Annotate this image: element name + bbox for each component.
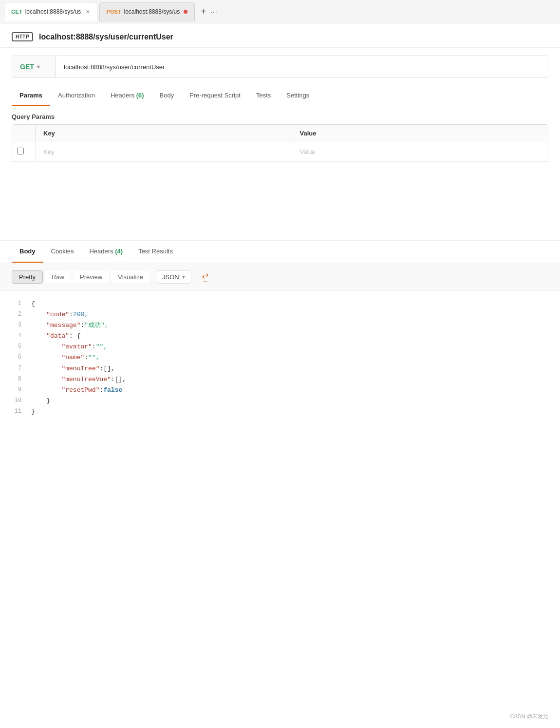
add-tab-button[interactable]: + [201,6,206,17]
line-number: 10 [12,396,31,406]
response-tabs-row: Body Cookies Headers (4) Test Results [0,241,560,263]
tab-bar: GET localhost:8888/sys/us × POST localho… [0,0,560,23]
pretty-button[interactable]: Pretty [12,270,43,284]
json-key: "menuTree" [61,364,99,374]
res-tab-cookies[interactable]: Cookies [43,241,82,263]
json-format-selector[interactable]: JSON ▾ [156,270,191,284]
params-col-value-header: Value [292,125,548,142]
json-selector-label: JSON [162,273,179,281]
row-checkbox[interactable] [12,143,36,161]
tab-authorization[interactable]: Authorization [50,86,103,106]
request-title: localhost:8888/sys/user/currentUser [39,33,173,41]
json-line-6: 6 "name" : "", [12,352,548,363]
json-sep: : [99,385,103,396]
params-table: Key Value Key Value [12,124,548,162]
params-col-key-header: Key [36,125,292,142]
json-sep: : [92,342,96,352]
row-checkbox-input[interactable] [17,148,24,154]
http-badge: HTTP [12,32,33,41]
json-line-3: 3 "message" : "成功", [12,320,548,331]
json-value: false [103,385,122,396]
json-indent [31,374,61,385]
json-key: "name" [61,352,84,363]
wrap-button[interactable]: ⇄ — [197,268,213,286]
line-number: 4 [12,331,31,342]
json-sep: : { [69,331,80,342]
query-params-label: Query Params [0,106,560,124]
json-key: "code" [46,309,69,320]
watermark: CSDN @宋发元 [510,713,548,720]
line-number: 8 [12,374,31,385]
json-viewer: 1 { 2 "code" : 200, 3 "message" : "成功", … [0,291,560,425]
json-key: "data" [46,331,69,342]
json-sep: : [80,320,84,331]
json-value: "", [96,342,107,352]
line-number: 7 [12,364,31,374]
json-line-2: 2 "code" : 200, [12,309,548,320]
json-key: "resetPwd" [61,385,99,396]
preview-button[interactable]: Preview [73,271,109,283]
url-bar: GET ▾ [12,56,548,78]
headers-badge: (6) [136,92,144,99]
res-tab-body[interactable]: Body [12,241,43,263]
raw-button[interactable]: Raw [45,271,71,283]
json-value: [], [115,374,126,385]
json-content: } [31,396,50,406]
res-headers-badge: (4) [115,248,123,255]
row-key-placeholder[interactable]: Key [36,143,292,160]
tab-get-close-icon[interactable]: × [86,8,90,16]
table-row: Key Value [12,142,548,162]
tab-settings[interactable]: Settings [279,86,317,106]
json-line-9: 9 "resetPwd" : false [12,385,548,396]
res-tab-headers[interactable]: Headers (4) [81,241,131,263]
json-value: "", [88,352,99,363]
tab-actions: + ··· [201,6,217,17]
chevron-down-icon: ▾ [37,63,40,70]
json-indent [31,309,46,320]
method-selector[interactable]: GET ▾ [12,56,56,77]
line-number: 9 [12,385,31,396]
json-key: "message" [46,320,80,331]
json-value: 200, [73,309,88,320]
tab-pre-request-script[interactable]: Pre-request Script [182,86,248,106]
tab-post-unsaved-dot [184,10,187,14]
json-line-7: 7 "menuTree" : [], [12,364,548,374]
res-tab-test-results[interactable]: Test Results [131,241,181,263]
json-indent [31,331,46,342]
url-input[interactable] [56,56,548,77]
json-line-5: 5 "avatar" : "", [12,342,548,352]
request-tabs-row: Params Authorization Headers (6) Body Pr… [0,86,560,106]
request-title-bar: HTTP localhost:8888/sys/user/currentUser [0,23,560,48]
visualize-button[interactable]: Visualize [111,271,150,283]
json-indent [31,364,61,374]
json-sep: : [99,364,103,374]
tab-tests[interactable]: Tests [248,86,279,106]
json-sep: : [69,309,73,320]
more-tabs-button[interactable]: ··· [210,8,218,16]
tab-params[interactable]: Params [12,86,50,106]
tab-headers[interactable]: Headers (6) [103,86,152,106]
json-content: { [31,299,35,309]
response-format-bar: Pretty Raw Preview Visualize JSON ▾ ⇄ — [0,263,560,291]
line-number: 2 [12,309,31,320]
tab-post[interactable]: POST localhost:8888/sys/us [99,2,195,21]
row-value-placeholder[interactable]: Value [292,143,548,160]
json-indent [31,320,46,331]
main-content: HTTP localhost:8888/sys/user/currentUser… [0,23,560,425]
params-col-checkbox-header [12,125,36,142]
json-line-8: 8 "menuTreeVue" : [], [12,374,548,385]
line-number: 3 [12,320,31,331]
json-content: } [31,406,35,417]
json-line-11: 11 } [12,406,548,417]
json-line-1: 1 { [12,299,548,309]
tab-get-method: GET [11,9,22,15]
json-indent [31,352,61,363]
tab-body[interactable]: Body [152,86,182,106]
tab-get[interactable]: GET localhost:8888/sys/us × [4,2,97,21]
line-number: 6 [12,352,31,363]
line-number: 1 [12,299,31,309]
line-number: 11 [12,406,31,417]
json-sep: : [84,352,88,363]
json-indent [31,342,61,352]
json-indent [31,385,61,396]
